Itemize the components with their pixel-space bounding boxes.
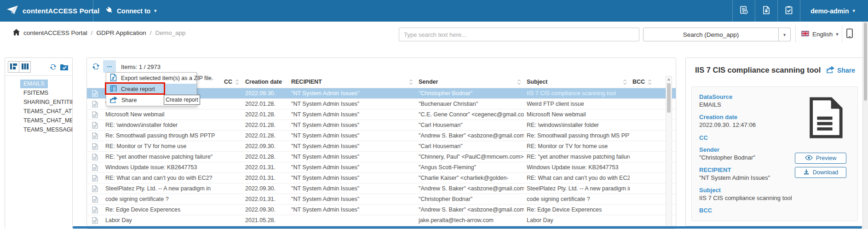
connect-to-menu[interactable]: Connect to ▾: [93, 0, 169, 22]
cell-sender: "Chinnery, Paul" <PaulC@mmcwm.com>: [416, 154, 524, 160]
sort-icon[interactable]: [235, 79, 239, 85]
table-row[interactable]: RE: "yet another massive patching failur…: [87, 152, 676, 162]
table-row[interactable]: Re: Edge Device Experences 2022.09.30. "…: [87, 205, 676, 215]
cell-recipient: "NT System Admin Issues": [288, 154, 416, 160]
email-detail-panel: IIS 7 CIS compliance scanning tool Share…: [685, 57, 864, 226]
clipboard-check-icon: [784, 6, 793, 17]
cell-title: RE: "yet another massive patching failur…: [103, 154, 221, 160]
tree-view-toggle-button[interactable]: [8, 61, 19, 73]
cell-title: SteelPlatez Pty. Ltd. -- A new paradigm …: [103, 185, 221, 192]
cell-recipient: "NT System Admin Issues": [288, 90, 416, 97]
cell-recipient: "NT System Admin Issues": [288, 175, 416, 181]
download-button[interactable]: Download: [795, 167, 846, 178]
detail-fields-box: DataSource EMAILS Creation date 2022.09.…: [691, 86, 858, 221]
cell-sender: "Buchenauer Christian": [416, 101, 524, 107]
detail-field-value: "Christopher Bodnar": [699, 154, 798, 161]
report-history-button[interactable]: [733, 0, 755, 22]
cell-creation-date: 2022.09.30.: [242, 143, 288, 149]
cell-subject: Weird FTP client issue: [524, 101, 630, 107]
columns-icon: [22, 63, 29, 71]
table-row[interactable]: Labor Day 2021.05.28. jake.peralta@tech-…: [87, 215, 676, 226]
menu-item-export-zip[interactable]: Export selected item(s) as a ZIP file.: [106, 73, 196, 84]
cell-subject: code signing certificate ?: [524, 196, 630, 202]
sidebar-datasource-item[interactable]: TEAMS_CHAT_ATTACHME: [5, 107, 72, 116]
app-logo[interactable]: contentACCESS Portal: [0, 0, 93, 22]
header-sender[interactable]: Sender: [416, 79, 524, 85]
sort-icon[interactable]: [517, 79, 521, 85]
menu-item-create-report[interactable]: Create report: [106, 84, 196, 95]
page-scrollbar[interactable]: [862, 22, 868, 229]
document-clock-icon: [739, 6, 748, 17]
cell-title: Re: Edge Device Experences: [103, 206, 221, 213]
sort-icon[interactable]: [409, 79, 413, 85]
more-actions-button[interactable]: ...: [103, 60, 116, 73]
grid-scrollbar[interactable]: ▲: [666, 76, 672, 229]
table-row[interactable]: RE: \windows\installer folder 2022.01.28…: [87, 120, 676, 131]
language-selector[interactable]: English ▾: [801, 31, 839, 38]
cell-subject: IIS 7 CIS compliance scanning tool: [524, 90, 630, 97]
header-subject[interactable]: Subject: [524, 79, 630, 85]
mobile-view-button[interactable]: [846, 29, 853, 40]
cell-recipient: "NT System Admin Issues": [288, 164, 416, 171]
header-recipient[interactable]: RECIPIENT: [288, 79, 416, 85]
cell-subject: Labor Day: [524, 217, 630, 223]
create-report-tooltip: Create report: [164, 95, 200, 105]
sub-header: contentACCESS Portal / GDPR Application …: [0, 22, 868, 44]
paper-plane-logo-icon: [6, 5, 18, 17]
detail-share-button[interactable]: Share: [827, 66, 855, 74]
table-row[interactable]: RE: What can and can't you do with EC2? …: [87, 173, 676, 183]
subheader-divider: [842, 25, 842, 43]
header-cc[interactable]: CC: [221, 79, 242, 85]
column-view-toggle-button[interactable]: [19, 61, 31, 73]
home-icon[interactable]: [13, 29, 20, 37]
horizontal-scrollbar[interactable]: [73, 226, 862, 229]
preview-button[interactable]: Preview: [795, 153, 846, 164]
sort-icon[interactable]: [623, 79, 627, 85]
scroll-up-arrow[interactable]: ▲: [666, 76, 672, 83]
detail-field-value: "NT System Admin Issues": [699, 174, 798, 182]
header-creation-date[interactable]: Creation date: [242, 79, 288, 85]
email-document-icon: [87, 196, 103, 203]
cell-sender: "Carl Houseman": [416, 143, 524, 149]
datasource-list: EMAILSFSITEMSSHARING_ENTITIESTEAMS_CHAT_…: [5, 76, 72, 135]
cell-title: RE: \windows\installer folder: [103, 122, 221, 128]
search-button[interactable]: Search (Demo_app): [643, 28, 779, 41]
cell-creation-date: 2022.01.31.: [242, 196, 288, 202]
grid-refresh-button[interactable]: [92, 62, 100, 73]
table-row[interactable]: Windows Update issue: KB2647753 2022.01.…: [87, 162, 676, 173]
sidebar-datasource-item[interactable]: SHARING_ENTITIES: [5, 98, 72, 107]
table-row[interactable]: RE: Monitor or TV for home use 2022.09.3…: [87, 141, 676, 152]
document-lock-icon: [762, 6, 771, 17]
sidebar-refresh-button[interactable]: [49, 63, 57, 71]
cell-recipient: "NT System Admin Issues": [288, 196, 416, 202]
scroll-thumb[interactable]: [864, 23, 867, 101]
detail-field-value: 2022.09.30. 12:47:06: [699, 121, 798, 129]
sort-icon[interactable]: [648, 79, 652, 85]
cell-recipient: "NT System Admin Issues": [288, 132, 416, 139]
breadcrumb-item-gdpr-application[interactable]: GDPR Application: [97, 29, 146, 36]
sidebar-datasource-item[interactable]: TEAMS_MESSAGES: [5, 126, 72, 135]
email-document-icon: [87, 175, 103, 182]
username-label: demo-admin: [811, 7, 849, 15]
sidebar-datasource-item[interactable]: FSITEMS: [5, 89, 72, 98]
table-row[interactable]: SteelPlatez Pty. Ltd. -- A new paradigm …: [87, 183, 676, 194]
search-input[interactable]: [399, 28, 639, 41]
detail-field-label: BCC: [699, 207, 850, 214]
scroll-thumb[interactable]: [667, 83, 671, 113]
sidebar-datasource-item[interactable]: TEAMS_CHAT_MESSAGE: [5, 116, 72, 126]
user-account-menu[interactable]: demo-admin ▾: [800, 0, 868, 22]
table-row[interactable]: Microsoft New webmail 2022.01.28. "NT Sy…: [87, 109, 676, 120]
search-options-caret-button[interactable]: ▾: [779, 28, 791, 41]
table-row[interactable]: code signing certificate ? 2022.01.31. "…: [87, 194, 676, 205]
email-document-icon: [87, 185, 103, 192]
breadcrumb-item-portal[interactable]: contentACCESS Portal: [23, 29, 87, 36]
collected-items-button[interactable]: [60, 63, 69, 71]
detail-field: BCC: [699, 207, 850, 214]
table-row[interactable]: Re: Smoothwall passing through MS PPTP 2…: [87, 131, 676, 141]
tasks-button[interactable]: [778, 0, 800, 22]
connect-to-label: Connect to: [117, 7, 150, 15]
legal-hold-button[interactable]: [755, 0, 777, 22]
cell-sender: "Andrew S. Baker" <asbzone@gmail.com>: [416, 206, 524, 213]
breadcrumb: contentACCESS Portal / GDPR Application …: [13, 29, 185, 37]
sidebar-datasource-item[interactable]: EMAILS: [5, 80, 72, 89]
